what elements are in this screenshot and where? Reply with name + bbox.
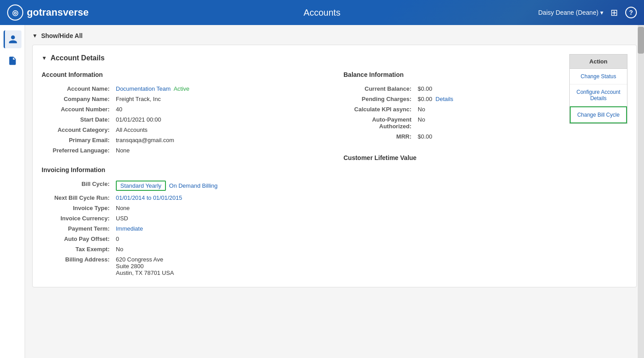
account-number-value: 40 xyxy=(113,104,326,114)
help-icon[interactable]: ? xyxy=(625,7,637,18)
tax-exempt-value: No xyxy=(113,244,326,254)
left-column: Account Information Account Name: Docume… xyxy=(42,71,326,278)
account-details-section-title: ▼ Account Details xyxy=(42,54,627,62)
table-row: Auto Pay Offset: 0 xyxy=(42,234,326,244)
table-row: Account Name: Documentation Team Active xyxy=(42,84,326,94)
scrollbar-thumb[interactable] xyxy=(638,27,644,54)
customer-lifetime-section: Customer Lifetime Value xyxy=(343,154,627,161)
table-row: Billing Address: 620 Congress AveSuite 2… xyxy=(42,254,326,278)
primary-email-value: transqaqa@gmail.com xyxy=(113,135,326,145)
payment-term-link[interactable]: Immediate xyxy=(116,225,143,232)
user-menu[interactable]: Daisy Deane (Deane) ▾ xyxy=(538,9,603,16)
show-hide-label: Show/Hide All xyxy=(41,32,83,39)
bill-cycle-highlighted[interactable]: Standard Yearly xyxy=(116,181,166,191)
sidebar xyxy=(0,25,25,358)
page-title: Accounts xyxy=(304,8,340,18)
table-row: Account Category: All Accounts xyxy=(42,125,326,135)
sidebar-item-people[interactable] xyxy=(4,30,21,48)
customer-lifetime-title: Customer Lifetime Value xyxy=(343,154,627,161)
account-category-value: All Accounts xyxy=(113,125,326,135)
main-content: ▼ Show/Hide All ▼ Account Details Action… xyxy=(25,25,644,358)
action-change-status[interactable]: Change Status xyxy=(570,69,627,84)
invoice-type-value: None xyxy=(113,203,326,213)
next-bill-cycle-link[interactable]: 01/01/2014 to 01/01/2015 xyxy=(116,194,182,201)
start-date-value: 01/01/2021 00:00 xyxy=(113,114,326,125)
grid-icon[interactable]: ⊞ xyxy=(610,7,618,18)
table-row: Company Name: Freight Track, Inc xyxy=(42,94,326,104)
invoicing-section: Invoicing Information Bill Cycle: Standa… xyxy=(42,166,326,278)
auto-pay-offset-value: 0 xyxy=(113,234,326,244)
on-demand-billing-link[interactable]: On Demand Billing xyxy=(169,182,217,189)
preferred-language-value: None xyxy=(113,145,326,156)
action-panel-body: Change Status Configure Account Details … xyxy=(569,68,627,124)
account-info-title: Account Information xyxy=(42,71,326,78)
table-row: Account Number: 40 xyxy=(42,104,326,114)
logo-text: gotransverse xyxy=(27,7,89,18)
logo-icon: ◎ xyxy=(7,4,23,21)
account-name-link[interactable]: Documentation Team xyxy=(116,85,171,92)
show-hide-all[interactable]: ▼ Show/Hide All xyxy=(32,32,637,39)
table-row: Invoice Currency: USD xyxy=(42,213,326,223)
invoicing-info-table: Bill Cycle: Standard Yearly On Demand Bi… xyxy=(42,179,326,278)
show-hide-arrow: ▼ xyxy=(32,33,38,39)
invoicing-info-title: Invoicing Information xyxy=(42,166,326,173)
action-panel-header: Action xyxy=(569,54,627,68)
table-row: Start Date: 01/01/2021 00:00 xyxy=(42,114,326,125)
table-row: Tax Exempt: No xyxy=(42,244,326,254)
pending-charges-value: $0.00 xyxy=(418,96,432,102)
action-configure-account[interactable]: Configure Account Details xyxy=(570,84,627,106)
company-name-value: Freight Track, Inc xyxy=(113,94,326,104)
action-change-bill-cycle[interactable]: Change Bill Cycle xyxy=(570,106,627,123)
table-row: Bill Cycle: Standard Yearly On Demand Bi… xyxy=(42,179,326,193)
table-row: Invoice Type: None xyxy=(42,203,326,213)
table-row: Primary Email: transqaqa@gmail.com xyxy=(42,135,326,145)
scrollbar[interactable] xyxy=(638,25,644,358)
sidebar-item-documents[interactable] xyxy=(4,52,21,70)
account-panel: ▼ Account Details Action Change Status C… xyxy=(32,45,637,287)
invoice-currency-value: USD xyxy=(113,213,326,223)
mrr-value: $0.00 xyxy=(415,131,627,142)
account-status-badge: Active xyxy=(174,85,189,92)
header-right: Daisy Deane (Deane) ▾ ⊞ ? xyxy=(538,7,637,18)
app-header: ◎ gotransverse Accounts Daisy Deane (Dea… xyxy=(0,0,644,25)
table-row: Preferred Language: None xyxy=(42,145,326,156)
table-row: MRR: $0.00 xyxy=(343,131,627,142)
table-row: Payment Term: Immediate xyxy=(42,223,326,234)
pending-charges-details-link[interactable]: Details xyxy=(436,96,453,102)
account-info-table: Account Name: Documentation Team Active … xyxy=(42,84,326,156)
action-panel: Action Change Status Configure Account D… xyxy=(569,54,627,124)
billing-address-value: 620 Congress AveSuite 2800Austin, TX 787… xyxy=(113,254,326,278)
table-row: Next Bill Cycle Run: 01/01/2014 to 01/01… xyxy=(42,193,326,203)
logo[interactable]: ◎ gotransverse xyxy=(7,4,89,21)
